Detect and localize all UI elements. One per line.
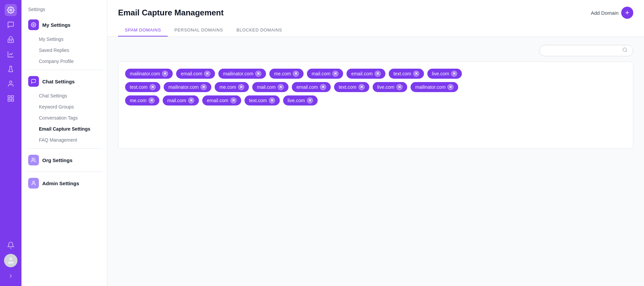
tag-label: mailinator.com bbox=[130, 71, 160, 76]
icon-bar-bottom bbox=[4, 239, 17, 282]
tag-chip: me.com ✕ bbox=[269, 69, 304, 79]
remove-tag-button[interactable]: ✕ bbox=[332, 71, 338, 77]
tab-blocked-domains[interactable]: BLOCKED DOMAINS bbox=[230, 24, 289, 37]
robot-nav-icon[interactable] bbox=[5, 33, 17, 46]
sidebar-group-admin-settings[interactable]: Admin Settings bbox=[24, 174, 104, 192]
remove-tag-button[interactable]: ✕ bbox=[149, 97, 155, 103]
remove-tag-button[interactable]: ✕ bbox=[320, 84, 326, 90]
remove-tag-button[interactable]: ✕ bbox=[278, 84, 284, 90]
tag-chip: email.com ✕ bbox=[346, 69, 385, 79]
sidebar-item-chat-settings[interactable]: Chat Settings bbox=[24, 90, 104, 101]
icon-bar bbox=[0, 0, 21, 286]
expand-icon[interactable] bbox=[5, 270, 17, 282]
svg-point-11 bbox=[32, 158, 34, 160]
page-title: Email Capture Management bbox=[118, 8, 224, 17]
tag-label: mail.com bbox=[312, 71, 330, 76]
tag-label: mailinator.com bbox=[223, 71, 253, 76]
sidebar-group-org-settings[interactable]: Org Settings bbox=[24, 151, 104, 169]
svg-point-13 bbox=[623, 48, 627, 52]
remove-tag-button[interactable]: ✕ bbox=[413, 71, 419, 77]
tag-chip: email.com ✕ bbox=[202, 95, 241, 105]
add-domain-label: Add Domain bbox=[591, 10, 619, 16]
sidebar-group-my-settings[interactable]: My Settings bbox=[24, 16, 104, 33]
svg-point-9 bbox=[9, 258, 12, 260]
svg-rect-1 bbox=[8, 39, 14, 43]
sidebar-item-company-profile[interactable]: Company Profile bbox=[24, 56, 104, 67]
search-input[interactable] bbox=[545, 48, 622, 53]
analytics-nav-icon[interactable] bbox=[5, 48, 17, 60]
flask-nav-icon[interactable] bbox=[5, 63, 17, 75]
main-body: mailinator.com ✕ email.com ✕ mailinator.… bbox=[107, 37, 644, 286]
sidebar-item-keyword-groups[interactable]: Keyword Groups bbox=[24, 101, 104, 112]
sidebar-divider-3 bbox=[25, 171, 103, 172]
svg-rect-5 bbox=[8, 96, 10, 98]
tag-chip: live.com ✕ bbox=[283, 95, 318, 105]
search-icon bbox=[622, 47, 628, 54]
chat-nav-icon[interactable] bbox=[5, 19, 17, 31]
search-row bbox=[118, 45, 633, 56]
tag-label: live.com bbox=[432, 71, 449, 76]
remove-tag-button[interactable]: ✕ bbox=[255, 71, 261, 77]
tag-chip: mail.com ✕ bbox=[163, 95, 199, 105]
add-domain-button[interactable]: Add Domain + bbox=[591, 7, 633, 19]
remove-tag-button[interactable]: ✕ bbox=[238, 84, 244, 90]
sidebar-group-chat-settings[interactable]: Chat Settings bbox=[24, 73, 104, 90]
chat-settings-icon bbox=[28, 76, 39, 87]
tag-chip: test.com ✕ bbox=[125, 82, 160, 92]
sidebar-item-conversation-tags[interactable]: Conversation Tags bbox=[24, 113, 104, 123]
remove-tag-button[interactable]: ✕ bbox=[451, 71, 457, 77]
tab-spam-domains[interactable]: SPAM DOMAINS bbox=[118, 24, 168, 37]
remove-tag-button[interactable]: ✕ bbox=[150, 84, 156, 90]
sidebar-item-email-capture-settings[interactable]: Email Capture Settings bbox=[24, 124, 104, 134]
tags-row-2: test.com ✕ mailinator.com ✕ me.com ✕ mai… bbox=[125, 82, 626, 92]
tag-label: me.com bbox=[274, 71, 291, 76]
remove-tag-button[interactable]: ✕ bbox=[269, 97, 275, 103]
search-bar[interactable] bbox=[539, 45, 633, 56]
header-top-row: Email Capture Management Add Domain + bbox=[118, 7, 633, 19]
sidebar-item-my-settings[interactable]: My Settings bbox=[24, 34, 104, 45]
tag-chip: email.com ✕ bbox=[292, 82, 331, 92]
sidebar-item-faq-management[interactable]: FAQ Management bbox=[24, 135, 104, 145]
reports-nav-icon[interactable] bbox=[5, 92, 17, 104]
remove-tag-button[interactable]: ✕ bbox=[201, 84, 207, 90]
remove-tag-button[interactable]: ✕ bbox=[162, 71, 168, 77]
org-settings-icon bbox=[28, 155, 39, 165]
remove-tag-button[interactable]: ✕ bbox=[396, 84, 402, 90]
bell-icon[interactable] bbox=[5, 239, 17, 251]
main-content-area: Email Capture Management Add Domain + SP… bbox=[107, 0, 644, 286]
remove-tag-button[interactable]: ✕ bbox=[375, 71, 381, 77]
user-avatar[interactable] bbox=[4, 254, 17, 267]
svg-point-4 bbox=[9, 81, 12, 83]
remove-tag-button[interactable]: ✕ bbox=[447, 84, 453, 90]
remove-tag-button[interactable]: ✕ bbox=[188, 97, 194, 103]
svg-point-2 bbox=[9, 41, 10, 41]
my-settings-label: My Settings bbox=[42, 22, 70, 28]
remove-tag-button[interactable]: ✕ bbox=[359, 84, 365, 90]
svg-line-14 bbox=[626, 51, 627, 52]
contacts-nav-icon[interactable] bbox=[5, 78, 17, 90]
sidebar-section-admin-settings: Admin Settings bbox=[21, 174, 107, 192]
admin-settings-icon bbox=[28, 178, 39, 189]
tag-label: mail.com bbox=[167, 98, 186, 103]
sidebar-item-saved-replies[interactable]: Saved Replies bbox=[24, 45, 104, 56]
admin-settings-label: Admin Settings bbox=[42, 181, 79, 186]
tag-label: live.com bbox=[288, 98, 305, 103]
tag-chip: me.com ✕ bbox=[125, 95, 159, 105]
tag-chip: live.com ✕ bbox=[373, 82, 407, 92]
tag-chip: mailinator.com ✕ bbox=[411, 82, 458, 92]
tag-chip: mail.com ✕ bbox=[307, 69, 343, 79]
tag-label: me.com bbox=[219, 84, 236, 90]
tag-label: email.com bbox=[351, 71, 373, 76]
sidebar: Settings My Settings My Settings Saved R… bbox=[21, 0, 107, 286]
settings-nav-icon[interactable] bbox=[5, 4, 17, 16]
remove-tag-button[interactable]: ✕ bbox=[307, 97, 313, 103]
main-header: Email Capture Management Add Domain + SP… bbox=[107, 0, 644, 37]
remove-tag-button[interactable]: ✕ bbox=[204, 71, 210, 77]
remove-tag-button[interactable]: ✕ bbox=[293, 71, 299, 77]
sidebar-section-org-settings: Org Settings bbox=[21, 151, 107, 169]
tag-label: text.com bbox=[393, 71, 411, 76]
tag-label: email.com bbox=[181, 71, 202, 76]
remove-tag-button[interactable]: ✕ bbox=[230, 97, 236, 103]
tag-label: mailinator.com bbox=[168, 84, 199, 90]
tab-personal-domains[interactable]: PERSONAL DOMAINS bbox=[168, 24, 230, 37]
